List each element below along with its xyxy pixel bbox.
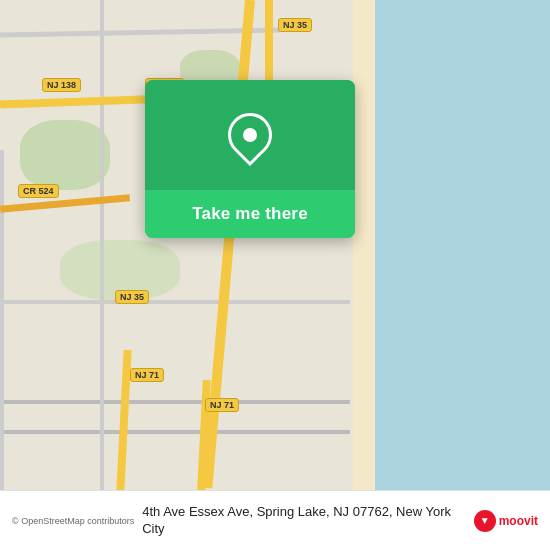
bottom-bar: © OpenStreetMap contributors 4th Ave Ess… <box>0 490 550 550</box>
road-label-nj35-top: NJ 35 <box>278 18 312 32</box>
map-container: NJ 35NJ 138NJ 138CR 524NJ 35NJ 71NJ 71 T… <box>0 0 550 490</box>
location-popup: Take me there <box>145 80 355 238</box>
moovit-text: moovit <box>499 514 538 528</box>
map-vegetation <box>20 120 110 190</box>
road <box>0 300 350 304</box>
map-land <box>0 0 353 490</box>
road <box>0 400 350 404</box>
moovit-icon <box>474 510 496 532</box>
map-beach <box>353 0 375 490</box>
road-label-nj71-a: NJ 71 <box>130 368 164 382</box>
openstreetmap-credit: © OpenStreetMap contributors <box>12 516 134 526</box>
road <box>0 430 350 434</box>
road <box>100 0 104 490</box>
moovit-logo: moovit <box>474 510 538 532</box>
popup-button-area[interactable]: Take me there <box>145 190 355 238</box>
road-label-cr524: CR 524 <box>18 184 59 198</box>
road <box>0 150 4 490</box>
take-me-there-button[interactable]: Take me there <box>192 204 308 224</box>
address-text: 4th Ave Essex Ave, Spring Lake, NJ 07762… <box>142 504 465 538</box>
popup-icon-area <box>145 80 355 190</box>
road-label-nj35-mid: NJ 35 <box>115 290 149 304</box>
map-water <box>375 0 550 490</box>
road-label-nj71-b: NJ 71 <box>205 398 239 412</box>
location-pin-icon <box>219 104 281 166</box>
road-label-nj138: NJ 138 <box>42 78 81 92</box>
